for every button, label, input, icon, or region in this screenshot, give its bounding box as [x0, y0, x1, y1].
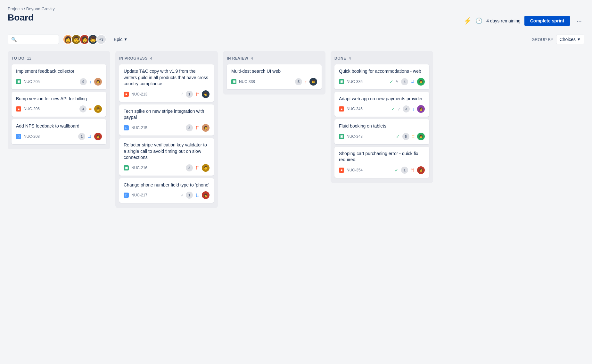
story-points-badge: 3: [403, 105, 410, 112]
story-icon: ▣: [339, 134, 344, 139]
bug-icon: ■: [124, 92, 129, 97]
issue-id: NUC-217: [131, 193, 178, 197]
assignee-avatar: 👨: [202, 164, 210, 172]
board-card[interactable]: Change phone number field type to 'phone…: [119, 178, 214, 203]
priority-lowest-icon: ⇊: [195, 193, 199, 198]
task-icon: □: [124, 193, 129, 198]
story-points-badge: 1: [78, 133, 85, 140]
page-title: Board: [8, 12, 34, 23]
card-title: Update T&C copy with v1.9 from the write…: [124, 68, 210, 87]
column-title-done: DONE: [334, 56, 346, 61]
column-title-inprogress: IN PROGRESS: [119, 56, 148, 61]
story-points-badge: 3: [186, 124, 193, 131]
issue-id: NUC-205: [24, 79, 77, 84]
check-icon: ✓: [395, 168, 399, 173]
card-footer: ▣ NUC-336 ✓⑂4⇊👩: [339, 78, 425, 86]
story-points-badge: 3: [186, 164, 193, 171]
story-icon: ▣: [339, 79, 344, 84]
search-input[interactable]: [19, 37, 55, 42]
issue-id: NUC-213: [131, 92, 178, 96]
check-icon: ✓: [391, 106, 395, 112]
column-count-todo: 12: [27, 56, 31, 61]
board-card[interactable]: Implement feedback collector ▣ NUC-205 9…: [12, 64, 106, 89]
board-card[interactable]: Shoping cart purchasing error - quick fi…: [334, 147, 429, 178]
issue-id: NUC-346: [347, 107, 389, 111]
board-card[interactable]: Multi-dest search UI web ▣ NUC-338 5↑👦: [227, 64, 322, 89]
search-box[interactable]: 🔍: [8, 35, 59, 44]
lightning-icon: ⚡: [464, 17, 472, 25]
board-card[interactable]: Update T&C copy with v1.9 from the write…: [119, 64, 214, 102]
card-footer: ▣ NUC-205 9↓👩: [16, 78, 102, 86]
column-todo: TO DO 12 Implement feedback collector ▣ …: [8, 51, 110, 149]
story-points-badge: 9: [80, 78, 87, 85]
story-points-badge: 5: [295, 78, 302, 85]
board-card[interactable]: Refactor stripe verification key validat…: [119, 138, 214, 176]
avatar-extra[interactable]: +3: [96, 34, 106, 45]
column-inreview: IN REVIEW 4 Multi-dest search UI web ▣ N…: [223, 51, 325, 95]
column-title-inreview: IN REVIEW: [227, 56, 248, 61]
board-card[interactable]: Adapt web app no new payments provider ■…: [334, 92, 429, 117]
card-title: Shoping cart purchasing error - quick fi…: [339, 151, 425, 163]
column-title-todo: TO DO: [12, 56, 24, 61]
card-footer: ▣ NUC-343 ✓5=👩: [339, 133, 425, 140]
board-card[interactable]: Bump version for new API for billing ■ N…: [12, 92, 106, 117]
card-title: Refactor stripe verification key validat…: [124, 142, 210, 161]
priority-high-icon: ↑: [305, 79, 307, 84]
check-icon: ✓: [390, 79, 393, 84]
column-inprogress: IN PROGRESS 4 Update T&C copy with v1.9 …: [115, 51, 218, 208]
assignee-avatar: 👦: [309, 78, 317, 86]
bug-icon: ■: [339, 168, 344, 173]
board-card[interactable]: Quick booking for accommodations - web ▣…: [334, 64, 429, 89]
check-icon: ✓: [396, 134, 400, 139]
board: TO DO 12 Implement feedback collector ▣ …: [8, 51, 584, 208]
board-card[interactable]: Add NPS feedback to wallboard □ NUC-208 …: [12, 119, 106, 144]
assignee-avatar: 👨: [94, 105, 102, 113]
story-points-badge: 4: [401, 78, 408, 85]
card-title: Bump version for new API for billing: [16, 96, 102, 102]
card-footer: ■ NUC-354 ✓1⇈👩: [339, 166, 425, 174]
choices-dropdown[interactable]: Choices ▼: [556, 35, 584, 44]
priority-medium-icon: =: [89, 106, 92, 112]
clock-icon: 🕐: [475, 17, 482, 24]
story-points-badge: 3: [79, 105, 86, 112]
board-card[interactable]: Tech spike on new stripe integration wit…: [119, 104, 214, 136]
group-by-label: GROUP BY: [531, 37, 553, 42]
branch-icon: ⑂: [396, 79, 399, 84]
priority-highest-icon: ⇈: [195, 125, 199, 130]
column-count-done: 4: [349, 56, 351, 61]
assignee-avatar: 👩: [94, 78, 102, 86]
story-points-badge: 5: [402, 133, 409, 140]
priority-highest-icon: ⇈: [195, 165, 199, 170]
more-options-button[interactable]: ···: [574, 16, 584, 26]
timer-text: 4 days remaining: [486, 18, 521, 23]
issue-id: NUC-206: [24, 107, 77, 111]
card-title: Fluid booking on tablets: [339, 123, 425, 129]
priority-lowest-icon: ⇊: [411, 79, 415, 84]
assignee-avatar: 👩: [94, 133, 102, 140]
breadcrumb: Projects / Beyond Gravity: [8, 6, 584, 11]
priority-medium-icon: =: [412, 134, 415, 139]
column-count-inprogress: 4: [150, 56, 152, 61]
board-card[interactable]: Fluid booking on tablets ▣ NUC-343 ✓5=👩: [334, 119, 429, 144]
priority-low-icon: ↓: [412, 106, 415, 112]
priority-highest-icon: ⇈: [195, 92, 199, 97]
card-footer: □ NUC-217 ⑂1⇊👩: [124, 191, 210, 199]
branch-count-badge: 1: [186, 91, 193, 98]
task-icon: □: [16, 134, 21, 139]
card-title: Quick booking for accommodations - web: [339, 68, 425, 75]
assignee-avatar: 👦: [202, 90, 210, 98]
assignee-avatar: 👩: [417, 78, 425, 86]
assignee-avatar: 👩: [417, 133, 425, 140]
issue-id: NUC-215: [131, 126, 183, 130]
epic-filter-button[interactable]: Epic ▼: [110, 35, 131, 44]
issue-id: NUC-336: [347, 79, 387, 84]
column-done: DONE 4 Quick booking for accommodations …: [331, 51, 433, 183]
card-title: Implement feedback collector: [16, 68, 102, 75]
choices-chevron-icon: ▼: [577, 37, 581, 42]
task-icon: □: [124, 125, 129, 130]
branch-icon: ⑂: [181, 193, 183, 198]
avatar-group: 👩 👨 👩 👦 +3: [63, 34, 106, 45]
priority-lowest-icon: ⇊: [88, 134, 92, 139]
card-title: Adapt web app no new payments provider: [339, 96, 425, 102]
complete-sprint-button[interactable]: Complete sprint: [524, 16, 570, 26]
